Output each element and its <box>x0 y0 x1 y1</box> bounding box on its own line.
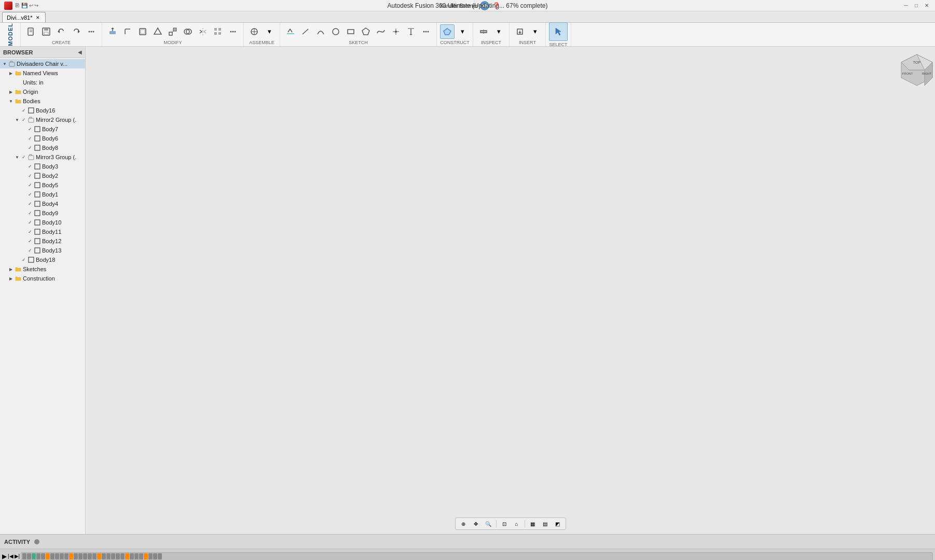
maximize-button[interactable]: □ <box>912 2 920 10</box>
timeline-step[interactable] <box>41 553 45 559</box>
timeline-step[interactable] <box>139 553 143 559</box>
timeline-step[interactable] <box>32 553 36 559</box>
more-create-button[interactable] <box>84 24 99 39</box>
draft-button[interactable] <box>150 24 165 39</box>
timeline-step[interactable] <box>134 553 139 559</box>
tree-arrow-body12[interactable] <box>20 237 27 245</box>
viewcube[interactable]: TOP RIGHT FRONT <box>899 52 930 83</box>
tab-document[interactable]: Divi...v81* ✕ <box>2 12 46 22</box>
more-modify-button[interactable] <box>226 24 240 39</box>
more-insert-button[interactable]: ▾ <box>528 24 542 39</box>
tree-arrow-bodies[interactable] <box>7 97 15 105</box>
timeline-step[interactable] <box>64 553 68 559</box>
tree-arrow-named-views[interactable] <box>7 69 15 77</box>
tree-eye-body8[interactable]: ✓ <box>27 145 33 151</box>
tree-item-mirror3[interactable]: ✓Mirror3 Group (. <box>0 152 85 162</box>
fillet-button[interactable] <box>120 24 135 39</box>
rectangle-button[interactable] <box>343 24 358 39</box>
tree-arrow-body1[interactable] <box>20 191 27 198</box>
tree-arrow-body16[interactable] <box>13 107 21 114</box>
more-assemble-button[interactable]: ▾ <box>262 24 277 39</box>
tree-eye-body7[interactable]: ✓ <box>27 126 33 132</box>
tree-eye-body13[interactable]: ✓ <box>27 247 33 254</box>
timeline-step[interactable] <box>144 553 148 559</box>
tree-arrow-body3[interactable] <box>20 163 27 170</box>
point-button[interactable] <box>389 24 403 39</box>
timeline-track[interactable] <box>21 552 933 561</box>
tree-arrow-body7[interactable] <box>20 125 27 133</box>
tree-eye-body4[interactable]: ✓ <box>27 201 33 207</box>
scale-button[interactable] <box>166 24 180 39</box>
tree-item-body18[interactable]: ✓Body18 <box>0 255 85 264</box>
timeline-step[interactable] <box>46 553 50 559</box>
timeline-step[interactable] <box>148 553 153 559</box>
tree-item-body4[interactable]: ✓Body4 <box>0 199 85 208</box>
tree-arrow-units[interactable] <box>7 79 15 86</box>
tree-arrow-body11[interactable] <box>20 228 27 235</box>
tree-arrow-origin[interactable] <box>7 88 15 95</box>
tree-item-body8[interactable]: ✓Body8 <box>0 143 85 152</box>
more-inspect-button[interactable]: ▾ <box>491 24 506 39</box>
shell-button[interactable] <box>135 24 150 39</box>
timeline-step[interactable] <box>74 553 78 559</box>
mirror-button[interactable] <box>196 24 210 39</box>
tree-arrow-body18[interactable] <box>13 256 21 263</box>
nav-display-button[interactable]: ▦ <box>527 519 539 528</box>
timeline-step[interactable] <box>36 553 40 559</box>
insert-button[interactable] <box>513 24 527 39</box>
timeline-step[interactable] <box>116 553 120 559</box>
viewport[interactable]: TOP RIGHT FRONT ⊕ ✥ 🔍 ⊡ ⌂ ▦ ▤ ◩ <box>86 47 935 534</box>
tree-eye-body5[interactable]: ✓ <box>27 182 33 188</box>
tree-eye-body18[interactable]: ✓ <box>21 257 27 263</box>
timeline-step[interactable] <box>158 553 162 559</box>
timeline-step[interactable] <box>78 553 82 559</box>
timeline-step[interactable] <box>83 553 87 559</box>
tree-item-units[interactable]: Units: in <box>0 78 85 87</box>
timeline-back-button[interactable]: |◀ <box>8 553 13 559</box>
tree-item-named-views[interactable]: Named Views <box>0 68 85 78</box>
tree-eye-body1[interactable]: ✓ <box>27 191 33 198</box>
new-button[interactable] <box>24 24 38 39</box>
tree-item-body2[interactable]: ✓Body2 <box>0 171 85 180</box>
tree-item-body6[interactable]: ✓Body6 <box>0 134 85 143</box>
close-button[interactable]: ✕ <box>923 2 931 10</box>
tree-arrow-body10[interactable] <box>20 219 27 226</box>
tree-item-body7[interactable]: ✓Body7 <box>0 124 85 134</box>
nav-fit-button[interactable]: ⊡ <box>499 519 510 528</box>
tree-arrow-body9[interactable] <box>20 209 27 217</box>
nav-home-button[interactable]: ⌂ <box>511 519 522 528</box>
tree-eye-body6[interactable]: ✓ <box>27 135 33 142</box>
measure-button[interactable] <box>476 24 491 39</box>
line-button[interactable] <box>298 24 313 39</box>
tree-item-bodies[interactable]: Bodies <box>0 96 85 106</box>
timeline-step[interactable] <box>130 553 134 559</box>
tree-arrow-mirror2[interactable] <box>13 116 21 123</box>
timeline-forward-button[interactable]: ▶| <box>15 553 20 559</box>
help-button[interactable]: ❓ <box>491 1 501 10</box>
timeline-step[interactable] <box>153 553 157 559</box>
tree-eye-body9[interactable]: ✓ <box>27 210 33 216</box>
press-pull-button[interactable] <box>105 24 120 39</box>
timeline-step[interactable] <box>125 553 129 559</box>
undo-button[interactable] <box>54 24 68 39</box>
tree-eye-body10[interactable]: ✓ <box>27 219 33 226</box>
timeline-step[interactable] <box>97 553 101 559</box>
tree-item-body10[interactable]: ✓Body10 <box>0 218 85 227</box>
tree-item-body1[interactable]: ✓Body1 <box>0 190 85 199</box>
pattern-button[interactable] <box>211 24 225 39</box>
polygon-button[interactable] <box>359 24 373 39</box>
spline-button[interactable] <box>374 24 388 39</box>
tree-item-body3[interactable]: ✓Body3 <box>0 162 85 171</box>
timeline-step[interactable] <box>50 553 54 559</box>
timeline-step[interactable] <box>69 553 73 559</box>
tree-item-construction[interactable]: Construction <box>0 274 85 283</box>
arc-button[interactable] <box>313 24 328 39</box>
tree-eye-body16[interactable]: ✓ <box>21 107 27 114</box>
sketch-button[interactable] <box>283 24 298 39</box>
timeline-step[interactable] <box>102 553 106 559</box>
timeline-step[interactable] <box>88 553 92 559</box>
tree-eye-mirror2[interactable]: ✓ <box>21 117 27 123</box>
nav-orbit-button[interactable]: ⊕ <box>458 519 469 528</box>
select-button[interactable] <box>549 22 568 41</box>
tree-item-body16[interactable]: ✓Body16 <box>0 106 85 115</box>
